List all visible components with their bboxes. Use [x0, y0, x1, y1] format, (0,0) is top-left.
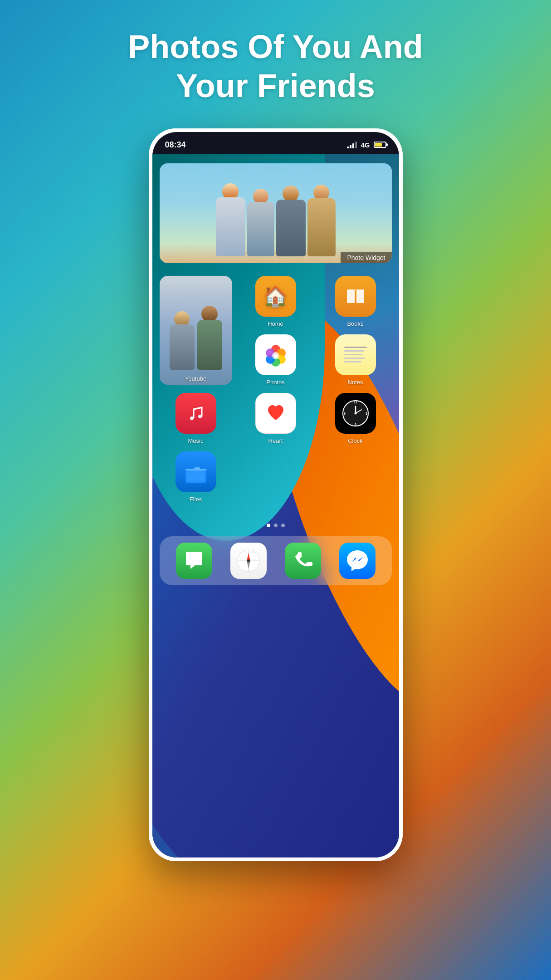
youtube-scene — [160, 276, 232, 385]
dock-phone-cell[interactable] — [285, 543, 321, 579]
files-icon — [183, 459, 209, 485]
photos-app-label: Photos — [266, 379, 284, 386]
music-app-cell[interactable]: Music — [160, 393, 232, 444]
safari-icon — [236, 549, 261, 573]
svg-text:9: 9 — [344, 412, 346, 415]
clock-display: 08:34 — [165, 140, 186, 150]
battery-icon — [374, 142, 386, 148]
notes-app-label: Notes — [348, 379, 363, 386]
files-app-cell[interactable]: Files — [160, 451, 232, 503]
clock-app-cell[interactable]: 12 3 6 9 Clock — [319, 393, 392, 444]
svg-point-17 — [354, 412, 356, 414]
clock-app-icon[interactable]: 12 3 6 9 — [335, 393, 376, 434]
photos-icon — [261, 340, 290, 369]
clock-app-label: Clock — [348, 437, 363, 444]
dock — [160, 536, 392, 585]
music-app-icon[interactable] — [176, 393, 216, 434]
books-app-cell[interactable]: Books — [319, 276, 392, 327]
dot-1 — [267, 524, 270, 527]
page-title: Photos Of You And Your Friends — [128, 27, 423, 106]
home-app-label: Home — [268, 320, 283, 327]
book-icon — [343, 284, 368, 309]
bottom-section — [160, 524, 392, 585]
svg-text:12: 12 — [354, 401, 357, 404]
notes-app-icon[interactable] — [335, 334, 376, 375]
books-app-label: Books — [347, 320, 363, 327]
phone-screen: 08:34 4G — [152, 132, 399, 858]
phone-frame: 08:34 4G — [149, 128, 403, 861]
dock-phone-icon[interactable] — [285, 543, 321, 579]
dock-messages-cell[interactable] — [176, 543, 212, 579]
svg-text:6: 6 — [355, 423, 356, 426]
svg-point-26 — [247, 559, 250, 562]
home-screen: Photo Widget — [152, 154, 399, 858]
clock-icon: 12 3 6 9 — [341, 398, 371, 428]
youtube-widget[interactable]: Youtube — [160, 276, 232, 385]
photo-widget-label: Photo Widget — [341, 252, 391, 263]
app-grid: Youtube 🏠 Home — [152, 269, 399, 510]
home-app-icon[interactable]: 🏠 — [255, 276, 296, 317]
messenger-icon — [345, 549, 370, 573]
heart-app-label: Heart — [268, 437, 283, 444]
page-dots — [160, 524, 392, 527]
photos-app-cell[interactable]: Photos — [239, 334, 312, 386]
status-bar: 08:34 4G — [152, 132, 399, 154]
svg-text:3: 3 — [366, 412, 367, 415]
svg-rect-0 — [347, 289, 355, 303]
books-app-icon[interactable] — [335, 276, 376, 317]
dock-messages-icon[interactable] — [176, 543, 212, 579]
battery-fill — [375, 143, 382, 147]
notes-icon — [341, 343, 371, 366]
home-app-cell[interactable]: 🏠 Home — [239, 276, 312, 327]
dot-3 — [281, 524, 285, 527]
phone-icon — [292, 549, 314, 572]
notes-app-cell[interactable]: Notes — [319, 334, 392, 386]
files-app-label: Files — [190, 496, 202, 503]
network-label: 4G — [361, 141, 370, 149]
dock-messenger-cell[interactable] — [339, 543, 375, 579]
signal-icon — [347, 141, 357, 148]
status-right: 4G — [347, 141, 386, 149]
music-icon — [184, 401, 208, 426]
svg-rect-1 — [356, 289, 364, 303]
svg-rect-19 — [187, 470, 205, 481]
dock-safari-cell[interactable] — [230, 543, 267, 579]
youtube-label: Youtube — [160, 375, 232, 382]
svg-point-8 — [272, 352, 279, 359]
heart-app-cell[interactable]: Heart — [239, 393, 312, 444]
photos-app-icon[interactable] — [255, 334, 296, 375]
dock-messenger-icon[interactable] — [339, 543, 375, 579]
heart-app-icon[interactable] — [255, 393, 296, 434]
heart-icon — [263, 401, 288, 426]
messages-icon — [182, 549, 206, 573]
home-icon: 🏠 — [263, 284, 288, 308]
dot-2 — [274, 524, 278, 527]
music-app-label: Music — [188, 437, 204, 444]
dock-safari-icon[interactable] — [230, 543, 267, 579]
friends-photo — [160, 163, 392, 263]
photo-widget[interactable]: Photo Widget — [160, 163, 392, 263]
files-app-icon[interactable] — [176, 451, 216, 492]
